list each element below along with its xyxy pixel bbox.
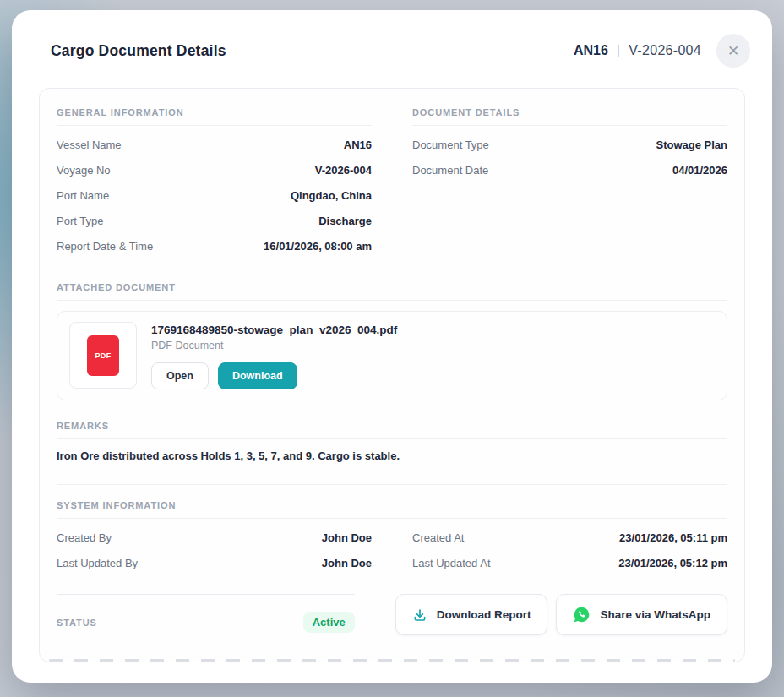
section-remarks: REMARKS Iron Ore distributed across Hold… (57, 421, 727, 462)
field-row: Last Updated At 23/01/2026, 05:12 pm (412, 550, 727, 575)
attachment-file-type: PDF Document (151, 340, 397, 351)
open-button[interactable]: Open (151, 362, 209, 389)
field-value: John Doe (322, 557, 372, 569)
cargo-document-details-modal: Cargo Document Details AN16 | V-2026-004… (12, 10, 772, 683)
status-section: STATUS Active (57, 594, 355, 633)
field-label: Document Type (412, 139, 489, 151)
section-system-information: SYSTEM INFORMATION Created By John Doe L… (57, 500, 727, 575)
pdf-file-icon: PDF (87, 335, 119, 376)
download-icon (412, 607, 427, 623)
field-value: 23/01/2026, 05:11 pm (619, 531, 727, 544)
document-details-rows: Document Type Stowage Plan Document Date… (412, 132, 727, 182)
field-value: V-2026-004 (315, 164, 372, 177)
field-row: Report Date & Time 16/01/2026, 08:00 am (57, 233, 372, 259)
section-title-attached-document: ATTACHED DOCUMENT (57, 282, 727, 301)
footer-actions: Download Report Share via WhatsApp (395, 594, 727, 635)
field-value: Discharge (318, 215, 372, 227)
field-row: Created At 23/01/2026, 05:11 pm (412, 525, 727, 550)
reference-separator: | (617, 42, 620, 59)
vessel-voyage-reference: AN16 | V-2026-004 (574, 42, 701, 59)
field-label: Voyage No (57, 164, 111, 177)
section-title-general-information: GENERAL INFORMATION (57, 107, 372, 126)
field-label: Last Updated By (57, 557, 138, 569)
status-label: STATUS (57, 618, 97, 628)
system-information-grid: Created By John Doe Last Updated By John… (57, 519, 727, 575)
section-document-details: DOCUMENT DETAILS Document Type Stowage P… (412, 107, 727, 182)
pdf-thumbnail: PDF (69, 322, 137, 389)
info-grid: GENERAL INFORMATION Vessel Name AN16 Voy… (57, 107, 727, 259)
download-button[interactable]: Download (218, 362, 297, 389)
modal-title: Cargo Document Details (51, 42, 574, 60)
field-value: 23/01/2026, 05:12 pm (618, 557, 727, 569)
system-information-right-rows: Created At 23/01/2026, 05:11 pm Last Upd… (412, 525, 727, 575)
share-whatsapp-label: Share via WhatsApp (600, 608, 710, 621)
field-value: Stowage Plan (656, 139, 727, 151)
section-title-remarks: REMARKS (57, 421, 727, 439)
attachment-info: 1769168489850-stowage_plan_v2026_004.pdf… (151, 322, 397, 389)
share-whatsapp-button[interactable]: Share via WhatsApp (556, 594, 727, 635)
field-row: Created By John Doe (57, 525, 372, 550)
field-label: Vessel Name (57, 139, 122, 151)
close-button[interactable]: ✕ (716, 34, 750, 68)
section-attached-document: ATTACHED DOCUMENT PDF 1769168489850-stow… (57, 282, 727, 400)
modal-header: Cargo Document Details AN16 | V-2026-004… (12, 10, 772, 68)
field-row: Voyage No V-2026-004 (57, 157, 372, 182)
field-label: Document Date (412, 164, 488, 177)
download-report-label: Download Report (437, 608, 531, 621)
system-information-left-rows: Created By John Doe Last Updated By John… (57, 525, 372, 575)
attachment-actions: Open Download (151, 362, 397, 389)
field-label: Port Type (57, 215, 103, 227)
remarks-text: Iron Ore distributed across Holds 1, 3, … (57, 449, 727, 462)
close-icon: ✕ (727, 42, 739, 60)
whatsapp-icon (573, 606, 591, 623)
field-value: 16/01/2026, 08:00 am (264, 240, 372, 253)
voyage-number: V-2026-004 (629, 43, 701, 58)
field-row: Vessel Name AN16 (57, 132, 372, 157)
section-divider (57, 484, 727, 485)
field-row: Port Name Qingdao, China (57, 182, 372, 208)
download-report-button[interactable]: Download Report (395, 594, 548, 635)
field-value: Qingdao, China (291, 189, 372, 202)
field-value: AN16 (344, 139, 372, 151)
section-title-system-information: SYSTEM INFORMATION (57, 500, 727, 519)
field-row: Last Updated By John Doe (57, 550, 372, 575)
field-value: 04/01/2026 (672, 164, 727, 177)
field-row: Document Type Stowage Plan (412, 132, 727, 157)
field-label: Port Name (57, 189, 109, 202)
attachment-file-name: 1769168489850-stowage_plan_v2026_004.pdf (151, 324, 397, 336)
field-value: John Doe (322, 531, 372, 544)
section-title-document-details: DOCUMENT DETAILS (412, 107, 727, 126)
section-general-information: GENERAL INFORMATION Vessel Name AN16 Voy… (57, 107, 372, 259)
attachment-card: PDF 1769168489850-stowage_plan_v2026_004… (57, 311, 727, 400)
field-row: Port Type Discharge (57, 208, 372, 233)
details-card: GENERAL INFORMATION Vessel Name AN16 Voy… (39, 88, 745, 662)
general-information-rows: Vessel Name AN16 Voyage No V-2026-004 Po… (57, 132, 372, 259)
field-label: Created At (412, 531, 464, 544)
field-label: Report Date & Time (57, 240, 153, 253)
field-row: Document Date 04/01/2026 (412, 157, 727, 182)
field-label: Created By (57, 531, 112, 544)
field-label: Last Updated At (412, 557, 491, 569)
status-badge: Active (303, 612, 355, 633)
vessel-code: AN16 (574, 43, 608, 58)
modal-footer: STATUS Active Download Report (57, 594, 727, 635)
